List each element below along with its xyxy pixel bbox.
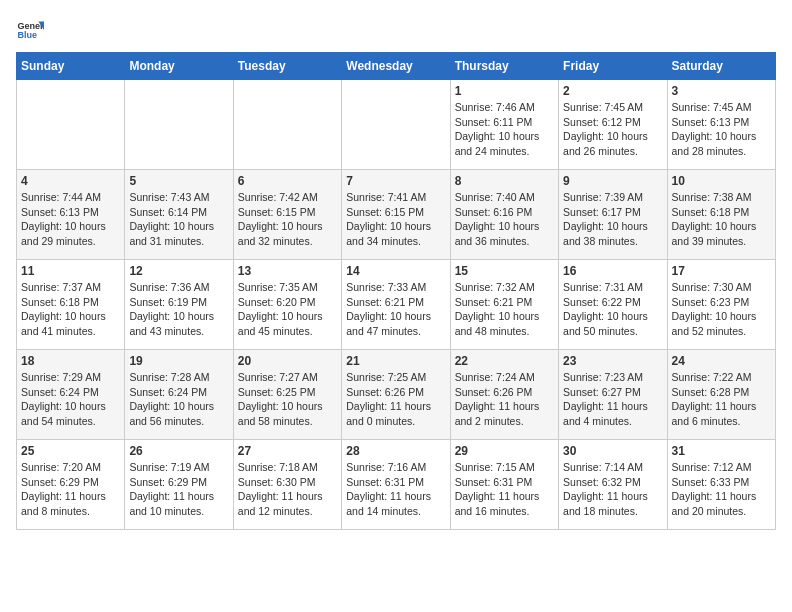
week-row-1: 1Sunrise: 7:46 AM Sunset: 6:11 PM Daylig… (17, 80, 776, 170)
day-info: Sunrise: 7:27 AM Sunset: 6:25 PM Dayligh… (238, 370, 337, 429)
day-cell: 28Sunrise: 7:16 AM Sunset: 6:31 PM Dayli… (342, 440, 450, 530)
day-info: Sunrise: 7:40 AM Sunset: 6:16 PM Dayligh… (455, 190, 554, 249)
day-cell: 30Sunrise: 7:14 AM Sunset: 6:32 PM Dayli… (559, 440, 667, 530)
day-info: Sunrise: 7:30 AM Sunset: 6:23 PM Dayligh… (672, 280, 771, 339)
day-cell: 12Sunrise: 7:36 AM Sunset: 6:19 PM Dayli… (125, 260, 233, 350)
day-number: 12 (129, 264, 228, 278)
day-number: 3 (672, 84, 771, 98)
day-info: Sunrise: 7:22 AM Sunset: 6:28 PM Dayligh… (672, 370, 771, 429)
day-info: Sunrise: 7:43 AM Sunset: 6:14 PM Dayligh… (129, 190, 228, 249)
day-info: Sunrise: 7:45 AM Sunset: 6:12 PM Dayligh… (563, 100, 662, 159)
column-header-wednesday: Wednesday (342, 53, 450, 80)
day-info: Sunrise: 7:36 AM Sunset: 6:19 PM Dayligh… (129, 280, 228, 339)
day-cell: 19Sunrise: 7:28 AM Sunset: 6:24 PM Dayli… (125, 350, 233, 440)
svg-text:Blue: Blue (17, 30, 37, 40)
day-cell: 24Sunrise: 7:22 AM Sunset: 6:28 PM Dayli… (667, 350, 775, 440)
calendar-header: SundayMondayTuesdayWednesdayThursdayFrid… (17, 53, 776, 80)
header-row: SundayMondayTuesdayWednesdayThursdayFrid… (17, 53, 776, 80)
day-cell: 4Sunrise: 7:44 AM Sunset: 6:13 PM Daylig… (17, 170, 125, 260)
day-number: 16 (563, 264, 662, 278)
day-cell: 22Sunrise: 7:24 AM Sunset: 6:26 PM Dayli… (450, 350, 558, 440)
day-number: 17 (672, 264, 771, 278)
day-info: Sunrise: 7:16 AM Sunset: 6:31 PM Dayligh… (346, 460, 445, 519)
day-info: Sunrise: 7:44 AM Sunset: 6:13 PM Dayligh… (21, 190, 120, 249)
day-cell: 5Sunrise: 7:43 AM Sunset: 6:14 PM Daylig… (125, 170, 233, 260)
day-number: 24 (672, 354, 771, 368)
day-number: 22 (455, 354, 554, 368)
week-row-4: 18Sunrise: 7:29 AM Sunset: 6:24 PM Dayli… (17, 350, 776, 440)
day-cell: 3Sunrise: 7:45 AM Sunset: 6:13 PM Daylig… (667, 80, 775, 170)
day-number: 15 (455, 264, 554, 278)
day-number: 25 (21, 444, 120, 458)
day-cell: 15Sunrise: 7:32 AM Sunset: 6:21 PM Dayli… (450, 260, 558, 350)
day-cell: 6Sunrise: 7:42 AM Sunset: 6:15 PM Daylig… (233, 170, 341, 260)
day-info: Sunrise: 7:12 AM Sunset: 6:33 PM Dayligh… (672, 460, 771, 519)
day-number: 23 (563, 354, 662, 368)
day-number: 26 (129, 444, 228, 458)
day-cell: 1Sunrise: 7:46 AM Sunset: 6:11 PM Daylig… (450, 80, 558, 170)
day-cell: 10Sunrise: 7:38 AM Sunset: 6:18 PM Dayli… (667, 170, 775, 260)
day-info: Sunrise: 7:33 AM Sunset: 6:21 PM Dayligh… (346, 280, 445, 339)
day-number: 10 (672, 174, 771, 188)
column-header-monday: Monday (125, 53, 233, 80)
column-header-thursday: Thursday (450, 53, 558, 80)
column-header-tuesday: Tuesday (233, 53, 341, 80)
day-cell (342, 80, 450, 170)
day-info: Sunrise: 7:15 AM Sunset: 6:31 PM Dayligh… (455, 460, 554, 519)
day-number: 11 (21, 264, 120, 278)
day-cell: 7Sunrise: 7:41 AM Sunset: 6:15 PM Daylig… (342, 170, 450, 260)
column-header-saturday: Saturday (667, 53, 775, 80)
day-info: Sunrise: 7:29 AM Sunset: 6:24 PM Dayligh… (21, 370, 120, 429)
day-number: 4 (21, 174, 120, 188)
day-number: 13 (238, 264, 337, 278)
day-number: 19 (129, 354, 228, 368)
day-cell: 21Sunrise: 7:25 AM Sunset: 6:26 PM Dayli… (342, 350, 450, 440)
day-info: Sunrise: 7:41 AM Sunset: 6:15 PM Dayligh… (346, 190, 445, 249)
day-number: 31 (672, 444, 771, 458)
day-info: Sunrise: 7:18 AM Sunset: 6:30 PM Dayligh… (238, 460, 337, 519)
day-info: Sunrise: 7:31 AM Sunset: 6:22 PM Dayligh… (563, 280, 662, 339)
day-cell: 20Sunrise: 7:27 AM Sunset: 6:25 PM Dayli… (233, 350, 341, 440)
day-cell: 11Sunrise: 7:37 AM Sunset: 6:18 PM Dayli… (17, 260, 125, 350)
day-number: 7 (346, 174, 445, 188)
day-info: Sunrise: 7:24 AM Sunset: 6:26 PM Dayligh… (455, 370, 554, 429)
day-number: 1 (455, 84, 554, 98)
day-info: Sunrise: 7:32 AM Sunset: 6:21 PM Dayligh… (455, 280, 554, 339)
day-cell: 27Sunrise: 7:18 AM Sunset: 6:30 PM Dayli… (233, 440, 341, 530)
day-info: Sunrise: 7:28 AM Sunset: 6:24 PM Dayligh… (129, 370, 228, 429)
column-header-friday: Friday (559, 53, 667, 80)
day-info: Sunrise: 7:46 AM Sunset: 6:11 PM Dayligh… (455, 100, 554, 159)
day-number: 27 (238, 444, 337, 458)
week-row-5: 25Sunrise: 7:20 AM Sunset: 6:29 PM Dayli… (17, 440, 776, 530)
day-number: 29 (455, 444, 554, 458)
day-info: Sunrise: 7:35 AM Sunset: 6:20 PM Dayligh… (238, 280, 337, 339)
day-cell: 9Sunrise: 7:39 AM Sunset: 6:17 PM Daylig… (559, 170, 667, 260)
day-cell: 26Sunrise: 7:19 AM Sunset: 6:29 PM Dayli… (125, 440, 233, 530)
logo-icon: General Blue (16, 16, 44, 44)
day-number: 9 (563, 174, 662, 188)
day-number: 6 (238, 174, 337, 188)
day-number: 5 (129, 174, 228, 188)
day-number: 20 (238, 354, 337, 368)
day-info: Sunrise: 7:45 AM Sunset: 6:13 PM Dayligh… (672, 100, 771, 159)
page-header: General Blue (16, 16, 776, 44)
week-row-2: 4Sunrise: 7:44 AM Sunset: 6:13 PM Daylig… (17, 170, 776, 260)
day-cell: 14Sunrise: 7:33 AM Sunset: 6:21 PM Dayli… (342, 260, 450, 350)
day-cell (233, 80, 341, 170)
day-info: Sunrise: 7:25 AM Sunset: 6:26 PM Dayligh… (346, 370, 445, 429)
day-number: 14 (346, 264, 445, 278)
day-info: Sunrise: 7:38 AM Sunset: 6:18 PM Dayligh… (672, 190, 771, 249)
day-cell: 13Sunrise: 7:35 AM Sunset: 6:20 PM Dayli… (233, 260, 341, 350)
day-cell: 23Sunrise: 7:23 AM Sunset: 6:27 PM Dayli… (559, 350, 667, 440)
day-cell: 29Sunrise: 7:15 AM Sunset: 6:31 PM Dayli… (450, 440, 558, 530)
day-cell: 8Sunrise: 7:40 AM Sunset: 6:16 PM Daylig… (450, 170, 558, 260)
day-cell: 2Sunrise: 7:45 AM Sunset: 6:12 PM Daylig… (559, 80, 667, 170)
calendar-table: SundayMondayTuesdayWednesdayThursdayFrid… (16, 52, 776, 530)
calendar-body: 1Sunrise: 7:46 AM Sunset: 6:11 PM Daylig… (17, 80, 776, 530)
day-number: 18 (21, 354, 120, 368)
day-number: 2 (563, 84, 662, 98)
day-cell (17, 80, 125, 170)
day-number: 8 (455, 174, 554, 188)
column-header-sunday: Sunday (17, 53, 125, 80)
day-cell: 18Sunrise: 7:29 AM Sunset: 6:24 PM Dayli… (17, 350, 125, 440)
